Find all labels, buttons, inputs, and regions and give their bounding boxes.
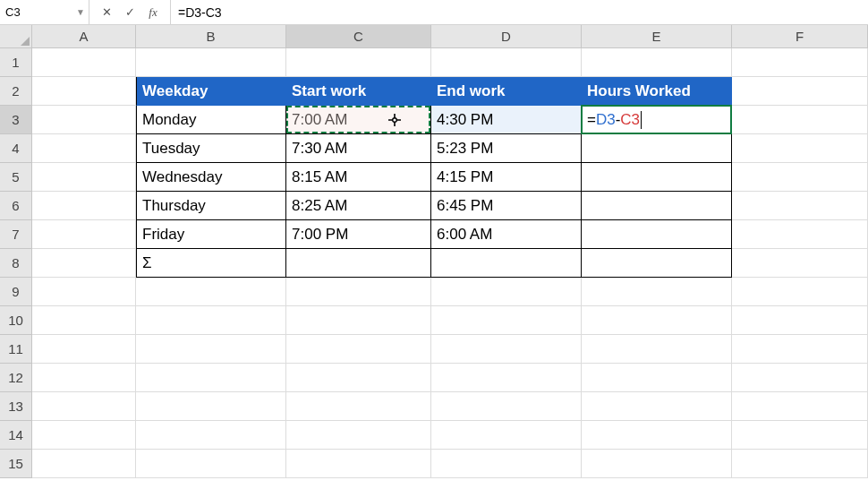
cell[interactable]	[732, 77, 868, 106]
row-header-15[interactable]: 15	[0, 450, 32, 478]
cell[interactable]	[732, 134, 868, 163]
cell[interactable]	[431, 364, 582, 392]
cell[interactable]	[732, 421, 868, 450]
cell[interactable]	[582, 364, 732, 392]
cell[interactable]	[32, 106, 136, 134]
cell[interactable]	[286, 392, 431, 421]
cell[interactable]	[431, 306, 582, 335]
cell-editor[interactable]: =D3-C3	[581, 105, 732, 134]
cell[interactable]	[431, 421, 582, 450]
cell[interactable]	[286, 450, 431, 478]
cell[interactable]	[32, 421, 136, 450]
row-header-8[interactable]: 8	[0, 249, 32, 278]
cell[interactable]	[732, 106, 868, 134]
cell[interactable]	[286, 306, 431, 335]
cell[interactable]	[136, 48, 286, 77]
col-header-D[interactable]: D	[431, 25, 582, 48]
cell[interactable]	[582, 134, 732, 163]
row-header-9[interactable]: 9	[0, 278, 32, 306]
cell[interactable]	[136, 335, 286, 364]
formula-input[interactable]: =D3-C3	[171, 0, 868, 24]
cell[interactable]	[582, 278, 732, 306]
cell[interactable]	[32, 48, 136, 77]
cell[interactable]	[32, 77, 136, 106]
row-header-10[interactable]: 10	[0, 306, 32, 335]
cell[interactable]	[32, 134, 136, 163]
row-header-6[interactable]: 6	[0, 192, 32, 220]
cell[interactable]	[431, 278, 582, 306]
cell[interactable]	[431, 392, 582, 421]
cell[interactable]	[286, 48, 431, 77]
cell-C3[interactable]: 7:00 AM	[286, 106, 431, 134]
cell[interactable]: 8:25 AM	[286, 192, 431, 220]
cell[interactable]: 6:00 AM	[431, 220, 582, 249]
cell[interactable]: 8:15 AM	[286, 163, 431, 192]
cancel-icon[interactable]: ✕	[100, 5, 113, 19]
cell[interactable]	[732, 278, 868, 306]
table-header-start[interactable]: Start work	[286, 77, 431, 106]
col-header-E[interactable]: E	[582, 25, 732, 48]
row-header-2[interactable]: 2	[0, 77, 32, 106]
cell[interactable]	[286, 335, 431, 364]
cell[interactable]: Wednesday	[136, 163, 286, 192]
row-header-3[interactable]: 3	[0, 106, 32, 134]
cell[interactable]: Monday	[136, 106, 286, 134]
select-all-button[interactable]	[0, 25, 32, 48]
cell[interactable]	[732, 163, 868, 192]
row-header-4[interactable]: 4	[0, 134, 32, 163]
chevron-down-icon[interactable]: ▼	[76, 7, 85, 17]
cell[interactable]: 7:00 PM	[286, 220, 431, 249]
cell[interactable]	[582, 421, 732, 450]
cell[interactable]: 6:45 PM	[431, 192, 582, 220]
cell[interactable]	[32, 306, 136, 335]
row-header-13[interactable]: 13	[0, 392, 32, 421]
cell[interactable]	[32, 278, 136, 306]
table-header-weekday[interactable]: Weekday	[136, 77, 286, 106]
name-box[interactable]: C3 ▼	[0, 0, 89, 24]
confirm-icon[interactable]: ✓	[123, 5, 136, 19]
cell[interactable]	[32, 335, 136, 364]
cell[interactable]	[32, 364, 136, 392]
cell[interactable]	[732, 192, 868, 220]
cell[interactable]: 4:15 PM	[431, 163, 582, 192]
cell[interactable]	[582, 335, 732, 364]
cell[interactable]	[286, 249, 431, 278]
cell[interactable]: Thursday	[136, 192, 286, 220]
cell[interactable]	[732, 364, 868, 392]
cell[interactable]	[431, 249, 582, 278]
cell[interactable]	[582, 392, 732, 421]
col-header-C[interactable]: C	[286, 25, 431, 48]
cell[interactable]	[136, 392, 286, 421]
row-header-7[interactable]: 7	[0, 220, 32, 249]
cell[interactable]	[136, 364, 286, 392]
cell[interactable]	[732, 249, 868, 278]
cell[interactable]	[286, 278, 431, 306]
cell[interactable]	[732, 306, 868, 335]
cell[interactable]	[32, 450, 136, 478]
cell[interactable]	[582, 192, 732, 220]
table-header-hours[interactable]: Hours Worked	[582, 77, 732, 106]
cell[interactable]	[286, 364, 431, 392]
cell-E3[interactable]: =D3-C3	[582, 106, 732, 134]
col-header-F[interactable]: F	[732, 25, 868, 48]
row-header-14[interactable]: 14	[0, 421, 32, 450]
cell[interactable]	[32, 192, 136, 220]
row-header-12[interactable]: 12	[0, 364, 32, 392]
cell[interactable]	[286, 421, 431, 450]
cell[interactable]	[136, 450, 286, 478]
cell-D3[interactable]: 4:30 PM	[431, 106, 582, 134]
cell[interactable]	[582, 163, 732, 192]
fx-icon[interactable]: fx	[147, 5, 159, 20]
cell[interactable]: 5:23 PM	[431, 134, 582, 163]
cell[interactable]	[732, 450, 868, 478]
cell[interactable]	[732, 335, 868, 364]
cell[interactable]	[431, 48, 582, 77]
cell-sum-label[interactable]: Σ	[136, 249, 286, 278]
cell[interactable]: Friday	[136, 220, 286, 249]
cell[interactable]	[32, 392, 136, 421]
cell[interactable]	[431, 450, 582, 478]
cell[interactable]	[136, 278, 286, 306]
cell[interactable]	[32, 163, 136, 192]
cell[interactable]: 7:30 AM	[286, 134, 431, 163]
cell[interactable]	[582, 48, 732, 77]
